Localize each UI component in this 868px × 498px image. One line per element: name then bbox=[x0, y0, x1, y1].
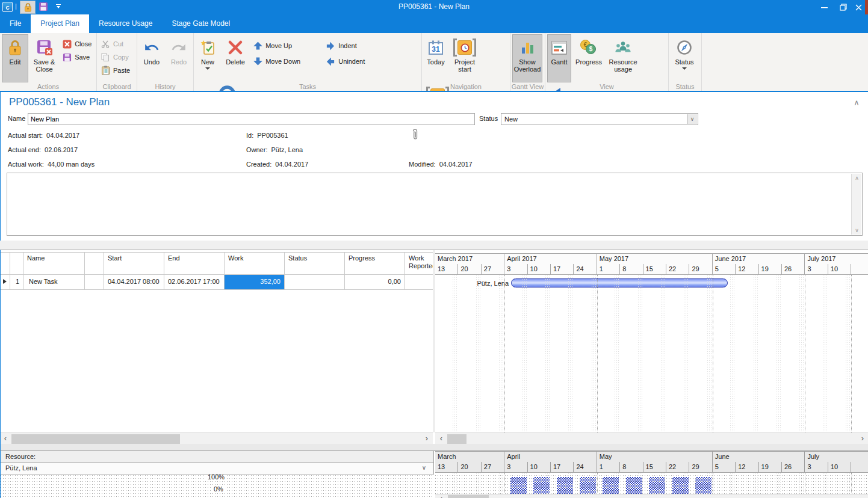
scroll-left-icon[interactable]: ‹ bbox=[436, 433, 446, 445]
column-header-progress[interactable]: Progress bbox=[345, 253, 405, 275]
undo-button[interactable]: Undo bbox=[139, 34, 164, 82]
gantt-week-cell bbox=[851, 462, 868, 473]
column-header-end[interactable]: End bbox=[164, 253, 225, 275]
move-down-button[interactable]: Move Down bbox=[251, 55, 322, 68]
today-button[interactable]: 31 Today bbox=[424, 34, 448, 82]
chevron-down-icon[interactable]: ∨ bbox=[422, 464, 426, 471]
histogram-scrollbar[interactable]: ‹ bbox=[435, 494, 868, 498]
weekend-stripe bbox=[591, 275, 597, 432]
save-plan-button[interactable]: Save bbox=[60, 51, 93, 64]
scroll-up-icon[interactable]: ∧ bbox=[852, 174, 862, 182]
window-title: PP005361 - New Plan bbox=[0, 2, 868, 11]
resource-usage-view-button[interactable]: Resource usage bbox=[606, 34, 640, 82]
task-name-cell[interactable]: New Task bbox=[23, 275, 85, 290]
scrollbar-thumb[interactable] bbox=[447, 434, 467, 444]
resource-dropdown[interactable]: Pütz, Lena ∨ bbox=[1, 463, 434, 475]
cut-button[interactable]: Cut bbox=[99, 37, 132, 51]
gantt-month-cell: March bbox=[435, 452, 504, 462]
weekend-stripe bbox=[522, 275, 528, 432]
description-field[interactable]: ∧ ∨ bbox=[7, 173, 863, 236]
table-horizontal-scrollbar[interactable]: ‹ › bbox=[1, 432, 433, 444]
gantt-week-cell: 29 bbox=[689, 462, 712, 473]
resource-usage-bar bbox=[533, 477, 550, 494]
gantt-week-cell: 1 bbox=[597, 264, 620, 275]
row-selector-icon bbox=[3, 279, 7, 284]
status-dropdown[interactable]: New ∨ bbox=[501, 113, 698, 125]
progress-view-button[interactable]: € $ Progress bbox=[573, 34, 604, 82]
close-button[interactable] bbox=[850, 0, 867, 14]
project-start-button[interactable]: Project start bbox=[450, 34, 480, 82]
redo-button[interactable]: Redo bbox=[166, 34, 191, 82]
tab-resource-usage[interactable]: Resource Usage bbox=[89, 14, 162, 33]
floppy-icon bbox=[62, 52, 72, 62]
calendar-31-icon: 31 bbox=[428, 37, 444, 58]
scroll-right-icon[interactable]: › bbox=[858, 433, 867, 445]
scroll-left-icon[interactable]: ‹ bbox=[436, 494, 446, 498]
paste-button[interactable]: Paste bbox=[99, 64, 132, 77]
gantt-horizontal-scrollbar[interactable]: ‹ › bbox=[435, 432, 868, 444]
paperclip-icon[interactable] bbox=[411, 129, 419, 141]
task-work-cell[interactable]: 352,00 bbox=[225, 275, 285, 290]
delete-task-button[interactable]: Delete bbox=[222, 34, 249, 82]
ribbon: Edit Save & Close Clos bbox=[0, 33, 868, 91]
resource-usage-bar bbox=[603, 477, 619, 494]
collapse-panel-button[interactable]: ∧ bbox=[851, 98, 863, 108]
status-value: New bbox=[504, 115, 518, 123]
gantt-week-cell: 12 bbox=[736, 264, 758, 275]
show-overload-button[interactable]: Show Overload bbox=[512, 34, 542, 82]
month-gridline bbox=[713, 275, 713, 432]
task-work-reported-cell[interactable] bbox=[405, 275, 433, 290]
gantt-week-cell: 15 bbox=[643, 462, 666, 473]
ribbon-group-navigation: 31 Today Project start bbox=[422, 33, 510, 91]
gantt-week-cell: 22 bbox=[666, 462, 689, 473]
month-gridline bbox=[597, 275, 598, 432]
description-scrollbar[interactable]: ∧ ∨ bbox=[851, 174, 861, 235]
weekend-stripe bbox=[730, 275, 736, 432]
horizontal-splitter[interactable] bbox=[0, 444, 868, 451]
column-header-work-reported[interactable]: Work Reported bbox=[405, 253, 433, 275]
tab-file[interactable]: File bbox=[0, 14, 31, 33]
restore-button[interactable] bbox=[835, 0, 852, 14]
task-status-cell[interactable] bbox=[285, 275, 345, 290]
created-field: Created: 04.04.2017 bbox=[246, 161, 308, 168]
name-input[interactable] bbox=[28, 113, 475, 125]
weekend-stripe bbox=[776, 275, 782, 432]
gantt-month-cell: June bbox=[713, 452, 805, 462]
new-task-button[interactable]: New bbox=[196, 34, 220, 82]
task-end-cell[interactable]: 02.06.2017 17:00 bbox=[164, 275, 225, 290]
weekend-stripe bbox=[660, 275, 666, 432]
scrollbar-thumb[interactable] bbox=[448, 495, 489, 498]
minimize-button[interactable] bbox=[816, 0, 832, 14]
arrow-down-icon bbox=[253, 57, 262, 66]
modified-field: Modified: 04.04.2017 bbox=[409, 161, 473, 168]
unindent-button[interactable]: Unindent bbox=[324, 55, 384, 68]
column-header-status[interactable]: Status bbox=[285, 253, 345, 275]
gantt-week-cell: 15 bbox=[643, 264, 666, 275]
column-header-start[interactable]: Start bbox=[104, 253, 164, 275]
group-label-actions: Actions bbox=[0, 83, 96, 90]
move-up-button[interactable]: Move Up bbox=[251, 39, 322, 52]
column-header-work[interactable]: Work bbox=[225, 253, 285, 275]
edit-button[interactable]: Edit bbox=[2, 34, 28, 82]
clock-bracket-icon bbox=[453, 37, 476, 58]
tab-project-plan[interactable]: Project Plan bbox=[31, 14, 89, 33]
indent-button[interactable]: Indent bbox=[324, 39, 384, 52]
task-progress-cell[interactable]: 0,00 bbox=[345, 275, 405, 290]
column-header-name[interactable]: Name bbox=[23, 253, 85, 275]
scroll-down-icon[interactable]: ∨ bbox=[852, 226, 862, 235]
copy-button[interactable]: Copy bbox=[99, 51, 132, 64]
scroll-left-icon[interactable]: ‹ bbox=[1, 433, 10, 445]
chevron-down-icon[interactable]: ∨ bbox=[687, 114, 697, 124]
table-row[interactable]: 1 New Task 04.04.2017 08:00 02.06.2017 1… bbox=[1, 275, 433, 290]
save-and-close-button[interactable]: Save & Close bbox=[30, 34, 58, 82]
status-button[interactable]: Status bbox=[671, 34, 698, 82]
column-header-icon[interactable] bbox=[85, 253, 104, 275]
tab-stage-gate-model[interactable]: Stage Gate Model bbox=[162, 14, 240, 33]
gantt-month-cell: June 2017 bbox=[713, 254, 805, 264]
close-plan-button[interactable]: Close bbox=[60, 37, 93, 51]
scrollbar-thumb[interactable] bbox=[11, 434, 180, 444]
scroll-right-icon[interactable]: › bbox=[422, 433, 432, 445]
scale-gridline bbox=[435, 484, 868, 485]
task-start-cell[interactable]: 04.04.2017 08:00 bbox=[104, 275, 164, 290]
gantt-view-button[interactable]: Gantt bbox=[547, 34, 571, 82]
